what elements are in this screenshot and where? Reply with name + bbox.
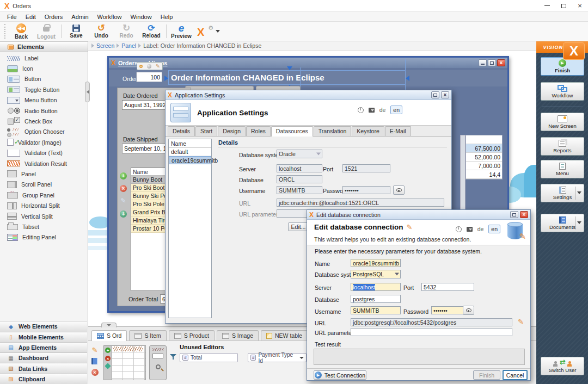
chip-payment-type-id[interactable]: # Payment Type Id — [248, 353, 307, 362]
test-connection-button[interactable]: ▶Test Connection — [314, 370, 366, 380]
reload-button[interactable]: ⟳Reload — [139, 22, 164, 41]
key-icon[interactable] — [139, 65, 143, 68]
pencil-icon[interactable]: ✎ — [156, 64, 160, 69]
edit-pencil-icon[interactable]: ✎ — [92, 346, 98, 354]
chevron-down-icon[interactable] — [577, 221, 581, 224]
flag-icon[interactable] — [369, 108, 375, 113]
finish-button-panel[interactable]: ▶Finish — [541, 57, 584, 76]
tab-details[interactable]: Details — [168, 126, 195, 136]
palette-item-menu-button[interactable]: Menu Button — [0, 95, 87, 106]
tab-s-ord[interactable]: S Ord — [91, 330, 127, 341]
section-web-elements[interactable]: ◆Web Elements — [0, 321, 87, 331]
lang-de[interactable]: de — [379, 107, 386, 113]
delete-icon[interactable]: × — [91, 369, 99, 376]
server-field[interactable]: localhost — [351, 283, 401, 291]
save-button[interactable]: Save — [64, 22, 89, 41]
maximize-button[interactable] — [555, 0, 572, 12]
back-button[interactable]: ◀◀Back — [9, 22, 34, 41]
palette-item-check-box[interactable]: Check Box — [0, 116, 87, 126]
price-cell[interactable]: 14,4 — [466, 170, 502, 179]
menu-workflow[interactable]: Workflow — [94, 13, 126, 21]
price-cell[interactable]: 67,500.00 — [466, 144, 502, 153]
order-heading-selection[interactable]: Order Information CHANGED in Eclipse — [168, 70, 406, 85]
settings-button[interactable]: Settings — [541, 184, 584, 202]
menu-help[interactable]: Help — [157, 13, 177, 21]
tab-keystore[interactable]: Keystore — [352, 126, 384, 136]
palette-item-radio-button[interactable]: Radio Button — [0, 106, 87, 116]
cancel-button[interactable]: Cancel — [503, 370, 528, 380]
undo-button[interactable]: ↺Undo — [89, 22, 114, 41]
selection-handle-right[interactable] — [406, 76, 409, 81]
tab-new-table[interactable]: NEW table — [261, 330, 308, 340]
palette-item-label[interactable]: Label — [0, 53, 87, 63]
palette-item-icon[interactable]: Icon — [0, 63, 87, 73]
selection-handle-top[interactable] — [287, 66, 292, 70]
tab-s-product[interactable]: S Product — [169, 330, 215, 340]
app-settings-titlebar[interactable]: X Application Settings × — [166, 90, 451, 100]
name-field[interactable]: oracle19csummitb — [351, 259, 401, 267]
palette-item-scroll-panel[interactable]: Scroll Panel — [0, 179, 87, 190]
delete-row-icon[interactable]: × — [105, 356, 111, 361]
lang-de[interactable]: de — [477, 226, 484, 232]
orb-icon[interactable] — [147, 64, 151, 69]
edit-connection-titlebar[interactable]: X Edit database connection × — [307, 210, 530, 220]
edit-url-icon[interactable]: ✎ — [518, 318, 524, 325]
tab-start[interactable]: Start — [195, 126, 217, 136]
tab-s-image[interactable]: S Image — [217, 330, 259, 340]
preview-button[interactable]: ePreview — [169, 22, 194, 41]
orders-window-titlebar[interactable]: X Orders and Items × — [109, 58, 507, 68]
tab-datasources[interactable]: Datasources — [271, 126, 313, 137]
palette-item-group-panel[interactable]: Group Panel — [0, 190, 87, 200]
dialog-close-button[interactable]: × — [441, 91, 449, 98]
selection-handle-left[interactable] — [164, 76, 168, 81]
dialog-close-button[interactable]: × — [520, 211, 528, 218]
url-parameter-field[interactable] — [351, 328, 512, 336]
database-system-combo[interactable]: Oracle — [277, 150, 322, 158]
palette-item-vertical-split[interactable]: Vertical Split — [0, 211, 87, 221]
mini-table-widget[interactable]: + × — [103, 345, 146, 380]
logout-button[interactable]: Logout — [34, 22, 59, 41]
reports-button[interactable]: Reports — [541, 137, 584, 156]
menu-button[interactable]: Menu — [541, 160, 584, 178]
history-icon[interactable] — [358, 107, 364, 113]
server-field[interactable]: localhost — [277, 164, 322, 172]
new-screen-button[interactable]: New Screen — [541, 113, 584, 131]
section-mobile-elements[interactable]: ▯Mobile Elements — [0, 332, 87, 342]
switch-user-button[interactable]: ⇄ Switch User — [541, 357, 584, 375]
visionx-menu-button[interactable]: X⚙ — [194, 22, 216, 41]
order-id-field[interactable]: 100 — [136, 72, 162, 82]
palette-item-tabset[interactable]: Tabset — [0, 221, 87, 232]
chip-total[interactable]: # Total — [180, 353, 238, 362]
tag-icon[interactable] — [105, 363, 111, 369]
palette-item-validator-image[interactable]: Validator (Image) — [0, 137, 87, 147]
documents-button[interactable]: Documents — [541, 214, 584, 232]
palette-item-editing-panel[interactable]: Editing Panel — [0, 232, 87, 243]
mdi-close-button[interactable]: × — [497, 59, 505, 66]
menu-window[interactable]: Window — [127, 13, 156, 21]
edit-item-icon[interactable]: ✎ — [120, 197, 127, 204]
palette-item-toggle-button[interactable]: Toggle Button — [0, 84, 87, 95]
tab-translation[interactable]: Translation — [314, 126, 352, 136]
menu-edit[interactable]: Edit — [22, 13, 40, 21]
port-field[interactable]: 5432 — [421, 283, 474, 291]
palette-item-option-chooser[interactable]: Option Chooser — [0, 127, 87, 137]
redo-button[interactable]: ↻Redo — [114, 22, 139, 41]
tab-email[interactable]: E-Mail — [385, 126, 411, 136]
delete-item-icon[interactable]: × — [120, 185, 127, 192]
tab-roles[interactable]: Roles — [246, 126, 271, 136]
workflow-button[interactable]: Workflow — [541, 82, 584, 101]
mdi-maximize-button[interactable] — [488, 59, 496, 66]
palette-item-horizontal-split[interactable]: Horizontal Split — [0, 200, 87, 210]
url-field[interactable]: jdbc:oracle:thin:@localhost:1521:ORCL — [277, 199, 444, 207]
price-cell[interactable]: 52,000.00 — [466, 153, 502, 162]
port-field[interactable]: 1521 — [342, 164, 390, 172]
section-dashboard[interactable]: ▦Dashboard — [0, 352, 87, 363]
panel-collapse-handle[interactable] — [101, 323, 117, 327]
add-row-icon[interactable]: + — [105, 348, 111, 353]
tab-design[interactable]: Design — [218, 126, 246, 136]
minimize-button[interactable] — [539, 0, 555, 12]
notebook-icon[interactable] — [91, 358, 98, 364]
menu-admin[interactable]: Admin — [68, 13, 92, 21]
dialog-restore-button[interactable] — [510, 211, 518, 218]
username-field[interactable]: SUMMITB — [351, 306, 401, 314]
